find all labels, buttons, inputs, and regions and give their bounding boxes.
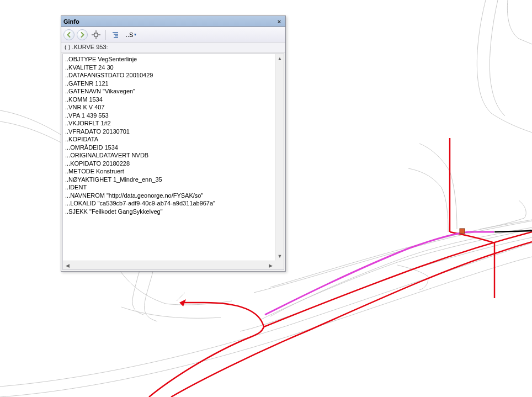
- forward-button[interactable]: [77, 29, 88, 40]
- ginfo-content[interactable]: ..OBJTYPE VegSenterlinje ..KVALITET 24 3…: [63, 54, 275, 261]
- scrollbar-horizontal[interactable]: ◀ ▶: [63, 261, 275, 269]
- ginfo-window: Ginfo × ..: [61, 15, 286, 272]
- list-button[interactable]: [109, 29, 121, 41]
- back-arrow-icon: [66, 32, 72, 38]
- scroll-up-icon[interactable]: ▲: [275, 54, 284, 63]
- close-icon[interactable]: ×: [275, 18, 283, 25]
- list-lines-icon: [111, 31, 119, 39]
- chevron-down-icon: ▾: [134, 32, 136, 37]
- map-node-marker[interactable]: [460, 229, 465, 234]
- ginfo-body: ..OBJTYPE VegSenterlinje ..KVALITET 24 3…: [62, 54, 284, 270]
- ginfo-titlebar[interactable]: Ginfo ×: [61, 16, 285, 27]
- forward-arrow-icon: [79, 32, 85, 38]
- s-dropdown-label: ..S: [126, 31, 133, 38]
- window-title: Ginfo: [63, 18, 79, 25]
- ginfo-status-bar: ( ) .KURVE 953:: [61, 43, 285, 52]
- back-button[interactable]: [63, 29, 75, 40]
- target-button[interactable]: [90, 29, 102, 41]
- map-selected-segment: [265, 232, 494, 315]
- svg-rect-0: [94, 33, 98, 36]
- scrollbar-vertical[interactable]: ▲ ▼: [275, 54, 284, 261]
- map-black-line: [494, 231, 532, 232]
- status-text: ( ) .KURVE 953:: [65, 44, 108, 50]
- target-icon: [92, 30, 100, 39]
- toolbar-separator: [105, 30, 106, 40]
- ginfo-toolbar: ..S ▾: [61, 27, 285, 43]
- s-dropdown[interactable]: ..S ▾: [124, 29, 139, 40]
- scroll-right-icon[interactable]: ▶: [266, 261, 275, 270]
- scroll-left-icon[interactable]: ◀: [63, 261, 72, 270]
- scroll-corner: [275, 261, 284, 269]
- scroll-down-icon[interactable]: ▼: [275, 252, 284, 261]
